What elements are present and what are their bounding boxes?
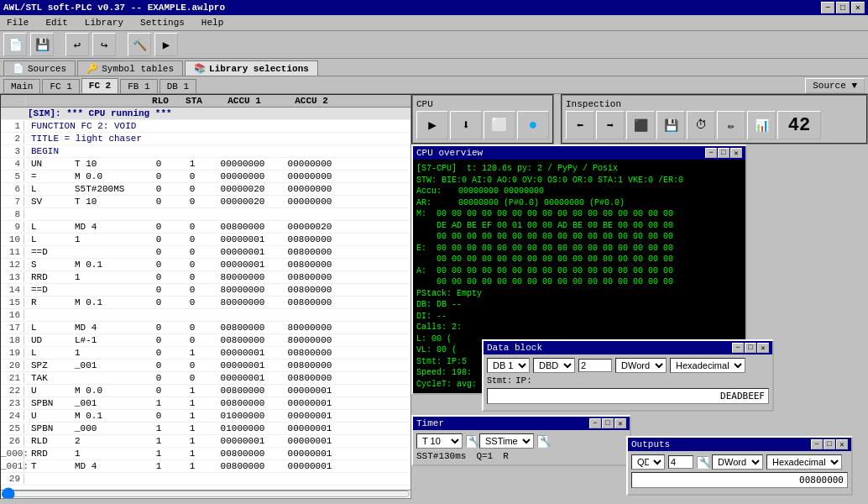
db-dtype-select[interactable]: DWord <box>615 358 667 373</box>
sub-tab-fc2[interactable]: FC 2 <box>81 78 118 93</box>
sub-tabs: Main FC 1 FC 2 FB 1 DB 1 Source ▼ <box>0 76 868 94</box>
code-line: 2TITLE = light chaser <box>1 133 410 145</box>
db-format-select[interactable]: Hexadecimal <box>670 358 745 373</box>
code-line: 15 R M 0.1 0 0 80000000 00800000 <box>1 297 410 309</box>
code-line: 1FUNCTION FC 2: VOID <box>1 120 410 133</box>
main-layout: RLO STA ACCU 1 ACCU 2 [SIM]: *** CPU run… <box>0 94 868 499</box>
minimize-button[interactable]: − <box>821 2 834 13</box>
timer-content: T 10 🔧 SSTime 🔧 SST#130ms Q=1 R <box>413 430 630 465</box>
cpu-connect-btn[interactable]: ● <box>517 111 549 139</box>
sub-tab-fb1[interactable]: FB 1 <box>120 79 157 93</box>
cpu-overview-max[interactable]: □ <box>718 148 729 158</box>
cpu-overview-close[interactable]: ✕ <box>730 148 742 158</box>
library-icon: 📚 <box>194 64 206 74</box>
insp-chart-btn[interactable]: 📊 <box>747 111 776 139</box>
menu-edit[interactable]: Edit <box>42 17 71 29</box>
outputs-title: Outputs <box>631 439 670 449</box>
insp-save-btn[interactable]: 💾 <box>656 111 685 139</box>
undo-button[interactable]: ↩ <box>65 33 89 56</box>
code-line: 20 SPZ _001 0 0 00000001 00800000 <box>1 360 410 372</box>
menu-bar: File Edit Library Settings Help <box>0 15 868 31</box>
timer-min[interactable]: − <box>589 418 601 428</box>
tab-library-selections[interactable]: 📚Library selections <box>185 60 318 76</box>
outputs-close[interactable]: ✕ <box>836 439 848 449</box>
code-line: 7 SV T 10 0 0 00000020 00000000 <box>1 196 410 208</box>
tab-sources[interactable]: 📄Sources <box>3 60 76 76</box>
code-line: 12 S M 0.1 0 0 00000001 00800000 <box>1 259 410 271</box>
new-button[interactable]: 📄 <box>3 33 27 56</box>
cpu-group: CPU ▶ ⬇ ⬜ ● <box>411 94 554 144</box>
timer-number-select[interactable]: T 10 <box>416 433 463 449</box>
h-scroll-input[interactable] <box>1 490 410 498</box>
out-addr-btn[interactable]: 🔧 <box>697 456 709 469</box>
cpu-step-btn[interactable]: ⬇ <box>450 111 482 139</box>
outputs-controls: − □ ✕ <box>811 439 848 449</box>
tab-symbol-tables[interactable]: 🔑Symbol tables <box>77 60 183 76</box>
cpu-overview-window-controls: − □ ✕ <box>705 148 742 158</box>
run-button[interactable]: ▶ <box>154 33 178 56</box>
col-header-accu1: ACCU 1 <box>211 96 278 106</box>
build-button[interactable]: 🔨 <box>128 33 151 56</box>
sub-tab-main[interactable]: Main <box>3 79 40 93</box>
cpu-inspection-row: CPU ▶ ⬇ ⬜ ● Inspection ⬅ ➡ ⬛ 💾 ⏱ ✏ 📊 <box>411 94 868 144</box>
timer-close[interactable]: ✕ <box>614 418 626 428</box>
cpu-s7-line: [S7-CPU] t: 120.6s py: 2 / PyPy / Posix <box>416 163 742 175</box>
data-block-min[interactable]: − <box>732 343 744 353</box>
code-body[interactable]: 1FUNCTION FC 2: VOID2TITLE = light chase… <box>1 120 410 490</box>
timer-type-btn[interactable]: 🔧 <box>537 435 547 448</box>
code-line: 24 U M 0.1 0 1 01000000 00000001 <box>1 410 410 423</box>
timer-max[interactable]: □ <box>602 418 614 428</box>
horizontal-scrollbar[interactable] <box>1 490 410 498</box>
db-offset-input[interactable] <box>578 359 612 372</box>
out-addr-input[interactable] <box>668 455 693 469</box>
cpu-overview-min[interactable]: − <box>705 148 717 158</box>
cpu-stop-btn[interactable]: ⬜ <box>484 111 515 139</box>
insp-edit-btn[interactable]: ✏ <box>717 111 745 139</box>
out-value-display: 00800000 <box>631 472 848 488</box>
timer-r-label: R <box>503 451 509 461</box>
outputs-max[interactable]: □ <box>824 439 835 449</box>
db-dbd-select[interactable]: DBD <box>533 358 575 373</box>
close-button[interactable]: ✕ <box>851 2 865 13</box>
cpu-ar-line: AR:00000000 (P#0.0) 00000000 (P#0.0) <box>416 197 742 209</box>
maximize-button[interactable]: □ <box>836 2 850 13</box>
sub-tab-fc1[interactable]: FC 1 <box>42 79 79 93</box>
cpu-calls: Calls: 2: <box>416 322 742 333</box>
cpu-overview-title: CPU overview <box>416 148 483 158</box>
redo-button[interactable]: ↪ <box>92 33 116 56</box>
data-block-close[interactable]: ✕ <box>757 343 769 353</box>
code-line: 14 ==D 0 0 80000000 00800000 <box>1 284 410 297</box>
cpu-m-line3: 00 00 00 00 00 00 00 00 00 00 00 00 00 0… <box>416 231 742 243</box>
app-title: AWL/STL soft-PLC v0.37 -- EXAMPLE.awlpro <box>3 3 225 13</box>
menu-file[interactable]: File <box>3 17 32 29</box>
db-ip-label: IP: <box>515 375 532 386</box>
save-button[interactable]: 💾 <box>30 33 54 56</box>
out-qd-select[interactable]: QD <box>631 454 665 470</box>
insp-fwd-btn[interactable]: ➡ <box>596 111 625 139</box>
outputs-window: Outputs − □ ✕ QD 🔧 D <box>626 436 853 496</box>
timer-row-1: T 10 🔧 SSTime 🔧 <box>416 433 626 449</box>
floating-windows-area: CPU overview − □ ✕ [S7-CPU] t: 120.6s py… <box>411 144 868 464</box>
data-block-controls: − □ ✕ <box>732 343 769 353</box>
insp-stop-btn[interactable]: ⬛ <box>626 111 655 139</box>
code-line: 4 UN T 10 0 1 00000000 00000000 <box>1 158 410 171</box>
menu-help[interactable]: Help <box>198 17 227 29</box>
sub-tab-db1[interactable]: DB 1 <box>159 79 196 93</box>
out-dtype-select[interactable]: DWord <box>712 454 763 470</box>
cpu-toolbar: ▶ ⬇ ⬜ ● <box>416 111 549 139</box>
outputs-min[interactable]: − <box>811 439 823 449</box>
insp-back-btn[interactable]: ⬅ <box>566 111 594 139</box>
menu-settings[interactable]: Settings <box>137 17 188 29</box>
insp-42-btn[interactable]: 42 <box>777 111 821 139</box>
cpu-run-btn[interactable]: ▶ <box>416 111 448 139</box>
insp-clock-btn[interactable]: ⏱ <box>687 111 715 139</box>
db-number-select[interactable]: DB 1 <box>487 358 530 373</box>
source-dropdown-button[interactable]: Source ▼ <box>805 78 865 93</box>
timer-type-select[interactable]: SSTime <box>479 433 534 449</box>
data-block-max[interactable]: □ <box>745 343 756 353</box>
timer-set-btn[interactable]: 🔧 <box>466 435 476 448</box>
out-format-select[interactable]: Hexadecimal <box>766 454 842 470</box>
data-block-window: Data block − □ ✕ DB 1 DBD <box>482 339 774 412</box>
menu-library[interactable]: Library <box>81 17 127 29</box>
out-row-1: QD 🔧 DWord Hexadecimal <box>631 454 848 470</box>
